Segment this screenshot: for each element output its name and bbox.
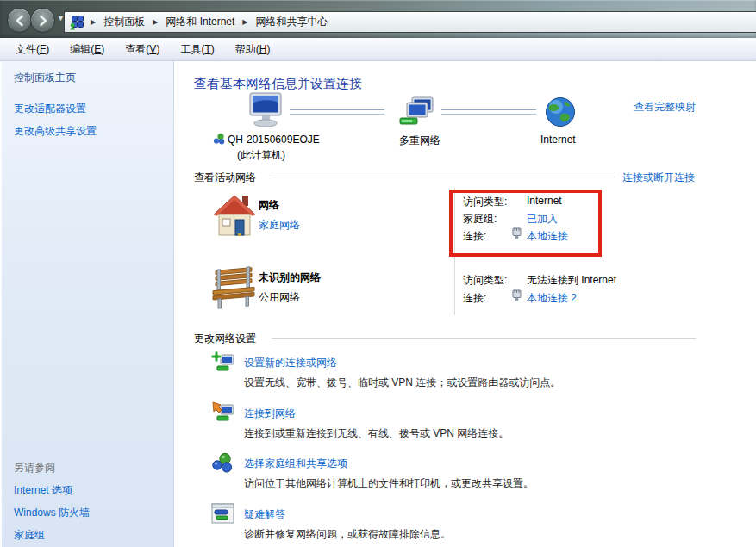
- sidebar-item-windows-firewall[interactable]: Windows 防火墙: [14, 506, 90, 520]
- forward-arrow-icon: [36, 14, 50, 28]
- task-connect-to-network-link[interactable]: 连接到网络: [244, 407, 296, 421]
- back-arrow-icon: [13, 14, 27, 28]
- map-connection-line: [441, 109, 536, 115]
- home-network-icon[interactable]: [212, 190, 257, 239]
- breadcrumb-separator-icon: ▶: [240, 18, 250, 26]
- sidebar-item-internet-options[interactable]: Internet 选项: [14, 483, 72, 498]
- ethernet-port-icon: [512, 227, 522, 240]
- network1-homegroup-link[interactable]: 已加入: [527, 212, 558, 227]
- back-button[interactable]: [7, 8, 32, 33]
- title-bar: ▼ ▶ 控制面板 ▶ 网络和 Internet ▶ 网络和共享中心: [0, 0, 756, 38]
- task-troubleshoot-desc: 诊断并修复网络问题，或获得故障排除信息。: [244, 527, 451, 542]
- multiple-networks-icon[interactable]: [398, 96, 436, 130]
- network-sharing-center-window: ▼ ▶ 控制面板 ▶ 网络和 Internet ▶ 网络和共享中心 文件(F): [0, 0, 756, 547]
- menu-tools[interactable]: 工具(T): [170, 40, 224, 59]
- breadcrumb-network-internet[interactable]: 网络和 Internet: [164, 13, 236, 31]
- network2-connection-label: 连接:: [463, 291, 486, 306]
- network-places-icon: [69, 15, 84, 30]
- troubleshoot-icon: [211, 503, 235, 525]
- network1-homegroup-label: 家庭组:: [463, 212, 497, 227]
- public-network-bench-icon[interactable]: [209, 263, 257, 311]
- network1-access-value: Internet: [527, 195, 562, 207]
- task-connect-to-network-desc: 连接到或重新连接到无线、有线、拨号或 VPN 网络连接。: [244, 426, 509, 441]
- forward-button[interactable]: [30, 8, 55, 33]
- network1-connection-label: 连接:: [463, 229, 486, 244]
- sidebar-item-change-adapter-settings[interactable]: 更改适配器设置: [14, 102, 86, 116]
- network1-category-link[interactable]: 家庭网络: [259, 218, 300, 233]
- network2-access-label: 访问类型:: [463, 273, 507, 288]
- change-settings-header: 更改网络设置: [194, 332, 256, 346]
- network1-name: 网络: [259, 198, 279, 213]
- task-setup-new-connection-desc: 设置无线、宽带、拨号、临时或 VPN 连接；或设置路由器或访问点。: [244, 376, 560, 390]
- network1-access-label: 访问类型:: [463, 195, 507, 209]
- connect-disconnect-link[interactable]: 连接或断开连接: [622, 171, 695, 185]
- homegroup-mini-icon: [213, 133, 225, 145]
- network2-access-value: 无法连接到 Internet: [527, 273, 616, 288]
- network2-connection-link[interactable]: 本地连接 2: [527, 291, 577, 306]
- section-divider: [272, 338, 696, 339]
- sidebar-item-advanced-sharing-settings[interactable]: 更改高级共享设置: [14, 124, 97, 139]
- active-networks-header: 查看活动网络: [194, 171, 256, 185]
- see-also-header: 另请参阅: [14, 461, 55, 476]
- task-homegroup-options-link[interactable]: 选择家庭组和共享选项: [244, 457, 347, 471]
- breadcrumb-separator-icon: ▶: [150, 18, 160, 26]
- task-homegroup-options-desc: 访问位于其他网络计算机上的文件和打印机，或更改共享设置。: [244, 476, 534, 491]
- task-troubleshoot-link[interactable]: 疑难解答: [244, 507, 285, 522]
- menu-view[interactable]: 查看(V): [115, 40, 170, 59]
- menu-edit[interactable]: 编辑(E): [59, 40, 115, 59]
- internet-label: Internet: [540, 134, 576, 146]
- ethernet-port-icon: [512, 289, 522, 302]
- breadcrumb-network-sharing-center[interactable]: 网络和共享中心: [254, 13, 330, 31]
- breadcrumb-control-panel[interactable]: 控制面板: [102, 13, 147, 31]
- network2-category: 公用网络: [259, 290, 300, 305]
- network1-connection-link[interactable]: 本地连接: [527, 229, 568, 244]
- section-divider: [272, 177, 615, 177]
- breadcrumb-separator-icon: ▶: [88, 18, 98, 26]
- menu-bar: 文件(F) 编辑(E) 查看(V) 工具(T) 帮助(H): [0, 38, 756, 61]
- sidebar-item-homegroup[interactable]: 家庭组: [14, 528, 45, 543]
- menu-help[interactable]: 帮助(H): [225, 40, 281, 59]
- menu-file[interactable]: 文件(F): [5, 40, 59, 59]
- network-details-divider: [454, 188, 455, 315]
- internet-globe-icon[interactable]: [545, 96, 576, 127]
- address-bar[interactable]: ▶ 控制面板 ▶ 网络和 Internet ▶ 网络和共享中心: [64, 11, 756, 33]
- multiple-networks-label: 多重网络: [399, 134, 440, 148]
- computer-name-label: QH-20150609EOJE: [228, 134, 320, 146]
- this-computer-icon[interactable]: [244, 92, 285, 128]
- task-setup-new-connection-link[interactable]: 设置新的连接或网络: [244, 356, 337, 370]
- homegroup-options-icon: [211, 451, 235, 476]
- map-connection-line: [290, 109, 384, 115]
- new-connection-icon: [211, 351, 235, 375]
- see-full-map-link[interactable]: 查看完整映射: [634, 100, 696, 115]
- sidebar-item-control-panel-home[interactable]: 控制面板主页: [14, 71, 76, 85]
- connect-to-network-icon: [211, 401, 235, 425]
- computer-sub-label: (此计算机): [237, 148, 285, 163]
- page-title: 查看基本网络信息并设置连接: [194, 76, 362, 92]
- network2-name: 未识别的网络: [259, 270, 321, 285]
